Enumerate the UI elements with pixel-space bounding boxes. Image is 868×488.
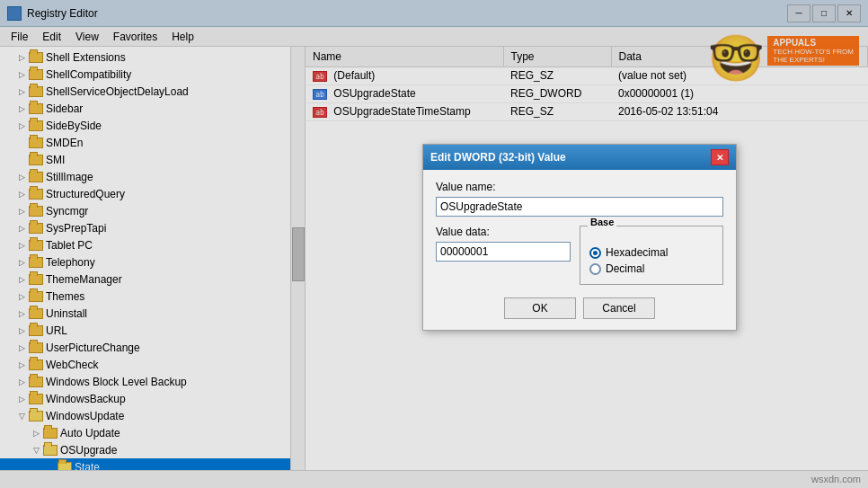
dialog-buttons: OK Cancel	[436, 297, 723, 319]
value-data-label: Value data:	[436, 226, 571, 238]
base-group: Base Hexadecimal Decimal	[580, 226, 723, 285]
data-row: Value data: Base Hexadecimal	[436, 226, 723, 285]
value-data-input[interactable]	[436, 242, 571, 262]
value-name-label: Value name:	[436, 181, 723, 193]
decimal-radio[interactable]	[589, 263, 601, 275]
decimal-radio-row[interactable]: Decimal	[589, 262, 713, 275]
dialog-body: Value name: Value data: Base Hexadecimal	[423, 170, 736, 330]
base-label: Base	[588, 217, 616, 227]
data-col: Value data:	[436, 226, 571, 285]
dialog-close-button[interactable]: ✕	[711, 149, 729, 165]
hexadecimal-radio-row[interactable]: Hexadecimal	[589, 246, 713, 259]
value-name-input[interactable]	[436, 197, 723, 217]
hexadecimal-radio[interactable]	[589, 247, 601, 259]
ok-button[interactable]: OK	[504, 297, 576, 319]
cancel-button[interactable]: Cancel	[583, 297, 655, 319]
dialog-title: Edit DWORD (32-bit) Value	[430, 151, 566, 164]
hexadecimal-label: Hexadecimal	[606, 246, 668, 259]
dialog-overlay: Edit DWORD (32-bit) Value ✕ Value name: …	[0, 0, 868, 488]
decimal-label: Decimal	[606, 262, 644, 275]
edit-dword-dialog: Edit DWORD (32-bit) Value ✕ Value name: …	[422, 144, 737, 331]
dialog-title-bar: Edit DWORD (32-bit) Value ✕	[423, 145, 736, 170]
